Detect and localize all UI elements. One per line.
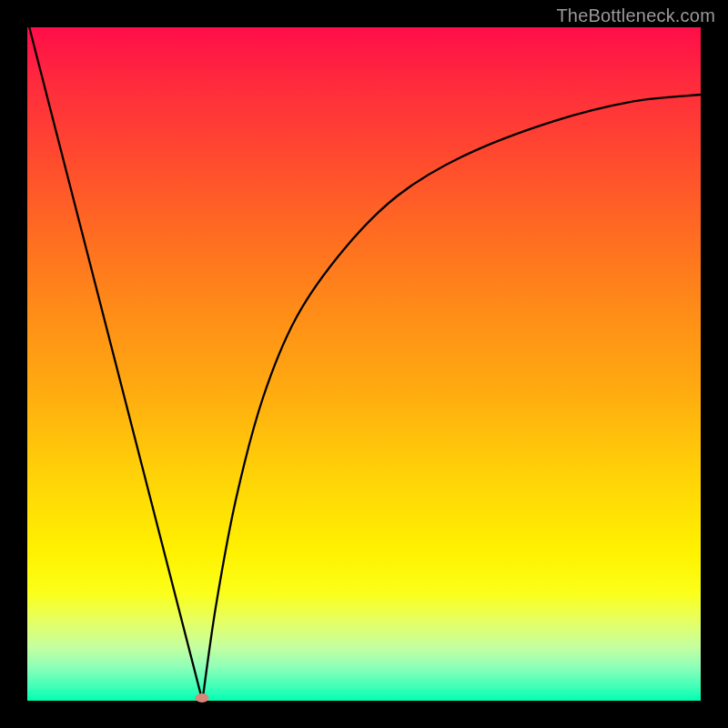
- watermark-text: TheBottleneck.com: [556, 5, 715, 26]
- minimum-marker: [196, 693, 209, 703]
- chart-plot-area: [27, 27, 701, 701]
